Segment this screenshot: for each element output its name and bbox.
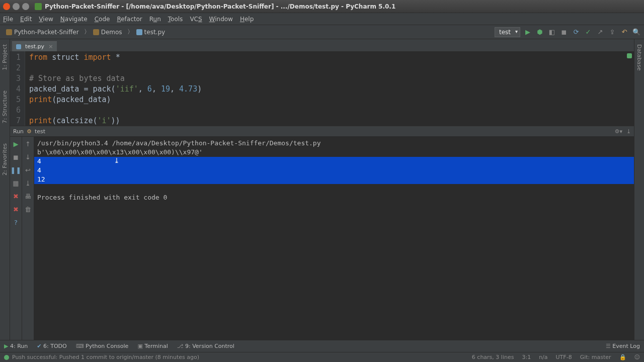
lock-icon[interactable]: 🔒 (619, 354, 626, 360)
line-number: 4 (16, 84, 21, 95)
menu-navigate[interactable]: Navigate (60, 16, 88, 23)
nav-toolbar: Python-Packet-Sniffer 〉 Demos 〉 test.py … (0, 25, 644, 39)
operator: * (116, 53, 120, 62)
up-icon[interactable]: ↑ (24, 140, 32, 148)
window-maximize-icon[interactable] (22, 3, 29, 10)
line-number: 5 (16, 95, 21, 105)
run-config-name: test (35, 128, 45, 135)
breadcrumb-file[interactable]: test.py (133, 28, 169, 37)
status-message: Push successful: Pushed 1 commit to orig… (12, 354, 199, 360)
keyword: from (29, 53, 47, 62)
folder-icon (93, 29, 99, 35)
rerun-icon[interactable]: ▶ (12, 140, 20, 148)
content-area: 1: Project 7: Structure 2: Favorites tes… (0, 39, 644, 340)
code-content[interactable]: from struct import * # Store as bytes da… (25, 51, 206, 126)
code-editor[interactable]: 1 2 3 4 5 6 7 from struct import * # Sto… (10, 51, 634, 126)
status-insert: n/a (539, 354, 547, 360)
debug-button-icon[interactable]: ⬢ (535, 28, 544, 37)
run-panel-header: Run ⚙ test ⚙▾ ⤓ (10, 126, 634, 137)
breadcrumb-label: Python-Packet-Sniffer (14, 29, 79, 36)
menu-vcs[interactable]: VCS (190, 16, 202, 23)
pause-icon[interactable]: ❚❚ (12, 166, 20, 174)
stop-icon[interactable]: ◼ (559, 28, 569, 37)
console-exit-line: Process finished with exit code 0 (37, 193, 631, 202)
gear-icon[interactable]: ⚙▾ (615, 128, 622, 135)
revert-icon[interactable]: ↶ (620, 28, 629, 37)
tool-structure[interactable]: 7: Structure (2, 90, 8, 123)
breadcrumb-project[interactable]: Python-Packet-Sniffer (3, 28, 82, 37)
menu-refactor[interactable]: Refactor (117, 16, 142, 23)
menu-view[interactable]: View (39, 16, 53, 23)
stop-icon[interactable]: ◼ (12, 153, 20, 161)
tab-test-py[interactable]: test.py × (12, 41, 57, 51)
run-panel-body: ▶ ◼ ❚❚ ▦ ✖ ✖ ? ↑ ↓ ↩ ⤓ 🖶 🗑 /usr/bin/pyth… (10, 137, 634, 340)
tool-todo[interactable]: ✔ 6: TODO (37, 343, 66, 349)
exit-icon[interactable]: ✖ (12, 192, 20, 200)
tool-project[interactable]: 1: Project (2, 44, 8, 70)
tool-version-control[interactable]: ⎇ 9: Version Control (177, 343, 234, 349)
menubar: File Edit View Navigate Code Refactor Ru… (0, 13, 644, 25)
line-number: 7 (16, 116, 21, 126)
line-gutter: 1 2 3 4 5 6 7 (10, 51, 25, 126)
editor-tabs: test.py × (10, 39, 634, 51)
hector-icon[interactable]: ☺ (634, 354, 640, 360)
builtin: print (29, 95, 52, 104)
python-file-icon (136, 29, 142, 35)
left-tool-strip: 1: Project 7: Structure 2: Favorites (0, 39, 10, 340)
run-panel-title: Run (13, 128, 24, 135)
status-git-branch[interactable]: Git: master (580, 354, 611, 360)
console-output[interactable]: /usr/bin/python3.4 /home/ava/Desktop/Pyt… (34, 137, 634, 340)
scroll-to-end-icon[interactable]: ⤓ (24, 179, 32, 187)
right-tool-strip: Database (634, 39, 644, 340)
menu-code[interactable]: Code (95, 16, 110, 23)
help-icon[interactable]: ? (12, 218, 20, 226)
tool-favorites[interactable]: 2: Favorites (2, 143, 8, 175)
inspection-ok-icon (627, 53, 632, 58)
update-project-icon[interactable]: ⟳ (572, 28, 581, 37)
run-config-selector[interactable]: test (495, 27, 520, 37)
coverage-icon[interactable]: ◧ (547, 28, 556, 37)
chevron-right-icon: 〉 (127, 28, 133, 36)
close-icon[interactable]: ✖ (12, 205, 20, 213)
line-number: 1 (16, 52, 21, 63)
status-bar: Push successful: Pushed 1 commit to orig… (0, 352, 644, 362)
vcs-history-icon[interactable]: ↗ (596, 28, 605, 37)
menu-edit[interactable]: Edit (20, 16, 32, 23)
window-minimize-icon[interactable] (13, 3, 20, 10)
identifier: struct (52, 53, 79, 62)
tool-terminal[interactable]: ▣ Terminal (137, 343, 168, 349)
menu-file[interactable]: File (3, 16, 13, 23)
window-title: Python-Packet-Sniffer - [/home/ava/Deskt… (45, 3, 395, 10)
builtin: print (29, 116, 52, 125)
tab-label: test.py (25, 43, 44, 50)
search-icon[interactable]: 🔍 (632, 28, 641, 37)
tool-database[interactable]: Database (636, 44, 642, 71)
run-toolbar-secondary: ↑ ↓ ↩ ⤓ 🖶 🗑 (22, 137, 34, 340)
line-number: 3 (16, 73, 21, 84)
line-number: 6 (16, 105, 21, 116)
pin-icon[interactable]: ⤓ (626, 128, 631, 135)
clear-icon[interactable]: 🗑 (24, 205, 32, 213)
event-log[interactable]: ☰ Event Log (606, 343, 640, 349)
down-icon[interactable]: ↓ (24, 153, 32, 161)
tool-run[interactable]: ▶ 4: Run (4, 343, 28, 349)
window-close-icon[interactable] (3, 3, 10, 10)
console-line-selected: 4 (34, 157, 634, 166)
tool-python-console[interactable]: ⌨ Python Console (76, 343, 129, 349)
chevron-right-icon: 〉 (84, 28, 90, 36)
breadcrumb-demos[interactable]: Demos (90, 28, 125, 37)
status-encoding[interactable]: UTF-8 (556, 354, 572, 360)
run-button-icon[interactable]: ▶ (523, 28, 532, 37)
menu-help[interactable]: Help (240, 16, 254, 23)
menu-tools[interactable]: Tools (168, 16, 183, 23)
number: 6 (147, 84, 152, 94)
main-area: test.py × 1 2 3 4 5 6 7 from struct impo… (10, 39, 634, 340)
menu-run[interactable]: Run (149, 16, 161, 23)
soft-wrap-icon[interactable]: ↩ (24, 166, 32, 174)
commit-icon[interactable]: ✓ (584, 28, 593, 37)
print-icon[interactable]: 🖶 (24, 192, 32, 200)
push-icon[interactable]: ⇪ (608, 28, 617, 37)
close-icon[interactable]: × (48, 43, 53, 50)
dump-threads-icon[interactable]: ▦ (12, 179, 20, 187)
menu-window[interactable]: Window (209, 16, 233, 23)
